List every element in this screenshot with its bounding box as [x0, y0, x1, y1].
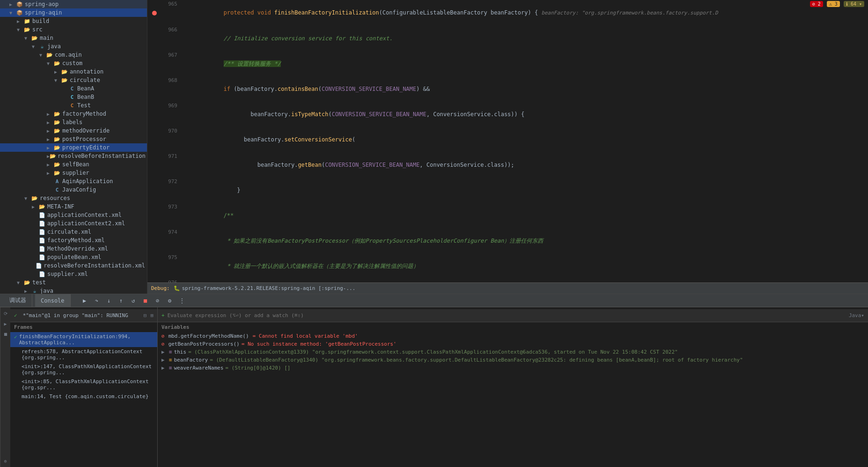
step-into-btn[interactable]: ↓	[104, 296, 114, 305]
sidebar-item-spring-aqin[interactable]: ▼ 📦 spring-aqin	[0, 8, 147, 17]
line-code-974[interactable]: * 如果之前没有BeanFactoryPostProcessor（例如Prope…	[181, 228, 868, 253]
var-item-beanfactory[interactable]: ▶ ≡ beanFactory = (DefaultListableBeanFa…	[158, 356, 868, 364]
sidebar-item-populatebean-xml[interactable]: ▶ 📄 populateBean.xml	[0, 253, 147, 261]
line-code-976[interactable]: */	[181, 279, 868, 282]
side-icon-3[interactable]: ⏹	[1, 330, 10, 338]
step-out-btn[interactable]: ↑	[117, 296, 126, 305]
eval-add-icon[interactable]: +	[161, 312, 165, 319]
line-code-972[interactable]: }	[181, 178, 868, 203]
sidebar-item-test-class[interactable]: ▶ C Test	[0, 101, 147, 110]
line-code-968[interactable]: if (beanFactory.containsBean(CONVERSION_…	[181, 76, 868, 102]
sidebar: ▶ 📦 spring-aop ▼ 📦 spring-aqin ▶ 📁 build	[0, 0, 147, 294]
sidebar-item-src[interactable]: ▼ 📂 src	[0, 25, 147, 34]
line-gutter-icons-976	[147, 279, 161, 282]
settings-btn[interactable]: ⚙	[165, 296, 175, 305]
line-code-971[interactable]: beanFactory.getBean(CONVERSION_SERVICE_B…	[181, 152, 868, 178]
thread-group-label: *"main"@1 in group "main": RUNNING	[23, 312, 128, 319]
frame-item-2[interactable]: <init>:147, ClassPathXmlApplicationConte…	[10, 362, 157, 377]
frame-item-3[interactable]: <init>:85, ClassPathXmlApplicationContex…	[10, 377, 157, 392]
sidebar-item-circulate[interactable]: ▼ 📂 circulate	[0, 76, 147, 84]
sidebar-item-java[interactable]: ▼ ☕ java	[0, 42, 147, 51]
info-count-badge[interactable]: ℹ 64 ▾	[844, 1, 864, 7]
line-code-970[interactable]: beanFactory.setConversionService(	[181, 127, 868, 152]
sidebar-item-build[interactable]: ▶ 📁 build	[0, 17, 147, 25]
line-gutter-icons-968	[147, 76, 161, 102]
var-item-1[interactable]: ⊘ getBeanPostProcessors() = No such inst…	[158, 340, 868, 348]
frames-title: Frames	[10, 322, 157, 332]
side-icon-bottom[interactable]: ⊕	[1, 457, 10, 465]
sidebar-item-main[interactable]: ▼ 📂 main	[0, 34, 147, 42]
sidebar-item-beanb[interactable]: ▶ C BeanB	[0, 93, 147, 101]
sidebar-item-propertyeditor[interactable]: ▶ 📂 propertyEditor	[0, 143, 147, 152]
expand-arrow: ▶	[47, 170, 53, 176]
sidebar-item-supplier-xml[interactable]: ▶ 📄 supplier.xml	[0, 270, 147, 278]
sidebar-item-spring-aop[interactable]: ▶ 📦 spring-aop	[0, 0, 147, 8]
sidebar-item-aqinapplication[interactable]: ▶ A AqinApplication	[0, 177, 147, 185]
sidebar-item-labels[interactable]: ▶ 📂 labels	[0, 118, 147, 126]
sidebar-item-factorymethod-xml[interactable]: ▶ 📄 factoryMethod.xml	[0, 236, 147, 245]
side-icon-1[interactable]: ⟳	[1, 309, 10, 318]
sidebar-item-java-test[interactable]: ▶ ☕ java	[0, 287, 147, 294]
mute-breakpoints-btn[interactable]: ⊘	[153, 296, 162, 305]
sidebar-item-methodoverride-xml[interactable]: ▶ 📄 MethodOverride.xml	[0, 245, 147, 253]
var-item-this[interactable]: ▶ ≡ this = (ClassPathXmlApplicationConte…	[158, 348, 868, 356]
sidebar-item-circulate-xml[interactable]: ▶ 📄 circulate.xml	[0, 228, 147, 236]
xml-icon: 📄	[36, 263, 42, 269]
eval-input[interactable]	[168, 312, 849, 319]
java-class-icon: C	[68, 86, 76, 92]
frame-label-3: <init>:85, ClassPathXmlApplicationContex…	[22, 378, 153, 391]
sidebar-item-meta-inf[interactable]: ▶ 📂 META-INF	[0, 202, 147, 211]
sidebar-item-supplier[interactable]: ▶ 📂 supplier	[0, 169, 147, 177]
expand-arrow: ▼	[17, 280, 23, 285]
line-code-966[interactable]: // Initialize conversion service for thi…	[181, 26, 868, 51]
code-line-970: 970 beanFactory.setConversionService(	[147, 127, 868, 152]
stop-btn[interactable]: ■	[141, 296, 150, 305]
frame-item-4[interactable]: main:14, Test {com.aqin.custom.circulate…	[10, 392, 157, 401]
expand-arrow: ▼	[47, 61, 53, 66]
var-item-0[interactable]: ⊘ mbd.getFactoryMethodName() = Cannot fi…	[158, 332, 868, 340]
line-code-975[interactable]: * 就注册一个默认的嵌入式值解析器在（主要是为了解决注解属性值的问题）	[181, 253, 868, 279]
filter-icon[interactable]: ⊟	[144, 312, 147, 319]
resume-btn[interactable]: ▶	[80, 296, 89, 305]
line-code-969[interactable]: beanFactory.isTypeMatch(CONVERSION_SERVI…	[181, 102, 868, 127]
sidebar-item-selfbean[interactable]: ▶ 📂 selfBean	[0, 160, 147, 169]
tab-console[interactable]: Console	[35, 294, 71, 307]
line-code-967[interactable]: /** 设置转换服务 */	[181, 51, 868, 76]
line-code-973[interactable]: /**	[181, 203, 868, 228]
sidebar-item-postprocessor[interactable]: ▶ 📂 postProcessor	[0, 135, 147, 143]
xml-icon: 📄	[38, 212, 46, 218]
sidebar-item-resolvebeforeinstantiation[interactable]: ▶ 📂 resolveBeforeInstantiation	[0, 152, 147, 160]
line-code-965[interactable]: protected void finishBeanFactoryInitiali…	[181, 0, 868, 26]
folder-icon: 📂	[61, 69, 68, 75]
xml-icon: 📄	[38, 246, 46, 252]
step-over-btn[interactable]: ↷	[92, 296, 102, 305]
side-icon-2[interactable]: ▶	[1, 319, 10, 328]
restart-btn[interactable]: ↺	[129, 296, 138, 305]
expand-arrow: ▶	[47, 111, 53, 117]
sidebar-item-resources[interactable]: ▼ 📂 resources	[0, 194, 147, 202]
sidebar-item-applicationcontext2-xml[interactable]: ▶ 📄 applicationContext2.xml	[0, 219, 147, 228]
more-btn[interactable]: ⋮	[177, 296, 187, 305]
warn-count-badge[interactable]: ⚠ 3	[827, 1, 840, 7]
breakpoint-965[interactable]	[152, 11, 157, 15]
tab-debugger[interactable]: 调试器	[4, 294, 32, 307]
frame-item-0[interactable]: ✓ finishBeanFactoryInitialization:994, A…	[10, 332, 157, 347]
sidebar-item-javaconfig[interactable]: ▶ C JavaConfig	[0, 185, 147, 194]
expand-all-icon[interactable]: ⊞	[150, 312, 153, 319]
sidebar-item-annotation[interactable]: ▶ 📂 annotation	[0, 67, 147, 76]
folder-icon: 📂	[53, 136, 61, 142]
sidebar-item-beana[interactable]: ▶ C BeanA	[0, 84, 147, 93]
sidebar-item-test-folder[interactable]: ▼ 📂 test	[0, 278, 147, 287]
sidebar-item-factorymethod[interactable]: ▶ 📂 factoryMethod	[0, 110, 147, 118]
sidebar-item-resolvebeforeinstantiation-xml[interactable]: ▶ 📄 resolveBeforeInstantiation.xml	[0, 261, 147, 270]
var-item-weaver[interactable]: ▶ ≡ weaverAwareNames = (String[0]@1420) …	[158, 364, 868, 372]
sidebar-item-custom[interactable]: ▼ 📂 custom	[0, 59, 147, 67]
variables-panel: + Java▾ Variables ⊘ mbd.getFactoryMethod…	[158, 307, 868, 467]
sidebar-item-methodoverride[interactable]: ▶ 📂 methodOverride	[0, 126, 147, 135]
sidebar-item-applicationcontext-xml[interactable]: ▶ 📄 applicationContext.xml	[0, 211, 147, 219]
line-num-976: 976	[161, 279, 181, 282]
sidebar-item-com-aqin[interactable]: ▼ 📂 com.aqin	[0, 51, 147, 59]
error-count-badge[interactable]: ⊘ 2	[810, 1, 823, 7]
var-value-this: = (ClassPathXmlApplicationContext@1339) …	[188, 349, 678, 355]
frame-item-1[interactable]: refresh:578, AbstractApplicationContext …	[10, 347, 157, 362]
